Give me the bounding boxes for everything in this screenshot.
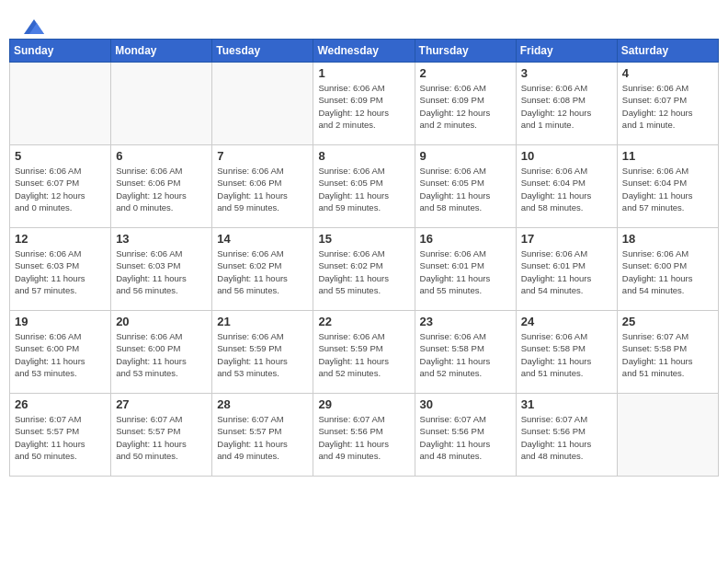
day-info: Sunrise: 6:06 AM Sunset: 6:03 PM Dayligh… <box>15 247 106 296</box>
day-info: Sunrise: 6:06 AM Sunset: 6:07 PM Dayligh… <box>622 82 713 131</box>
day-info: Sunrise: 6:07 AM Sunset: 5:56 PM Dayligh… <box>521 413 612 462</box>
day-number: 11 <box>622 149 713 163</box>
day-info: Sunrise: 6:06 AM Sunset: 6:00 PM Dayligh… <box>15 330 106 379</box>
weekday-header-thursday: Thursday <box>415 40 516 63</box>
day-number: 17 <box>521 232 612 246</box>
calendar-cell: 26Sunrise: 6:07 AM Sunset: 5:57 PM Dayli… <box>10 394 111 477</box>
calendar-cell: 22Sunrise: 6:06 AM Sunset: 5:59 PM Dayli… <box>313 311 415 394</box>
day-info: Sunrise: 6:07 AM Sunset: 5:57 PM Dayligh… <box>15 413 106 462</box>
day-number: 30 <box>420 397 511 411</box>
day-number: 16 <box>420 232 511 246</box>
week-row-1: 1Sunrise: 6:06 AM Sunset: 6:09 PM Daylig… <box>10 63 719 145</box>
week-row-5: 26Sunrise: 6:07 AM Sunset: 5:57 PM Dayli… <box>10 394 719 477</box>
day-info: Sunrise: 6:06 AM Sunset: 6:03 PM Dayligh… <box>116 247 207 296</box>
day-info: Sunrise: 6:06 AM Sunset: 6:04 PM Dayligh… <box>521 165 612 213</box>
day-info: Sunrise: 6:06 AM Sunset: 6:02 PM Dayligh… <box>217 247 308 296</box>
day-info: Sunrise: 6:06 AM Sunset: 6:07 PM Dayligh… <box>15 165 106 213</box>
day-number: 21 <box>217 315 308 328</box>
day-number: 3 <box>521 66 612 80</box>
calendar-cell: 12Sunrise: 6:06 AM Sunset: 6:03 PM Dayli… <box>10 228 111 311</box>
day-info: Sunrise: 6:06 AM Sunset: 5:58 PM Dayligh… <box>521 330 612 379</box>
page-header <box>9 9 719 34</box>
day-info: Sunrise: 6:06 AM Sunset: 6:00 PM Dayligh… <box>622 247 713 296</box>
day-info: Sunrise: 6:07 AM Sunset: 5:56 PM Dayligh… <box>420 413 511 462</box>
calendar-cell: 10Sunrise: 6:06 AM Sunset: 6:04 PM Dayli… <box>516 145 617 228</box>
day-info: Sunrise: 6:06 AM Sunset: 5:59 PM Dayligh… <box>318 330 409 379</box>
day-number: 10 <box>521 149 612 163</box>
day-number: 15 <box>318 232 409 246</box>
day-number: 31 <box>521 397 612 411</box>
weekday-header-monday: Monday <box>111 40 212 63</box>
day-info: Sunrise: 6:06 AM Sunset: 6:06 PM Dayligh… <box>116 165 207 213</box>
day-info: Sunrise: 6:06 AM Sunset: 5:58 PM Dayligh… <box>420 330 511 379</box>
calendar-body: 1Sunrise: 6:06 AM Sunset: 6:09 PM Daylig… <box>10 63 719 477</box>
day-info: Sunrise: 6:06 AM Sunset: 6:09 PM Dayligh… <box>318 82 409 131</box>
day-info: Sunrise: 6:06 AM Sunset: 6:02 PM Dayligh… <box>318 247 409 296</box>
calendar-cell <box>111 63 212 145</box>
day-number: 25 <box>622 315 713 328</box>
day-number: 20 <box>116 315 207 328</box>
day-number: 7 <box>217 149 308 163</box>
calendar-cell: 6Sunrise: 6:06 AM Sunset: 6:06 PM Daylig… <box>111 145 212 228</box>
day-info: Sunrise: 6:06 AM Sunset: 6:01 PM Dayligh… <box>420 247 511 296</box>
calendar-cell: 4Sunrise: 6:06 AM Sunset: 6:07 PM Daylig… <box>617 63 718 145</box>
calendar-cell: 19Sunrise: 6:06 AM Sunset: 6:00 PM Dayli… <box>10 311 111 394</box>
calendar-cell: 1Sunrise: 6:06 AM Sunset: 6:09 PM Daylig… <box>313 63 415 145</box>
day-info: Sunrise: 6:07 AM Sunset: 5:57 PM Dayligh… <box>116 413 207 462</box>
calendar-cell: 17Sunrise: 6:06 AM Sunset: 6:01 PM Dayli… <box>516 228 617 311</box>
calendar-cell: 25Sunrise: 6:07 AM Sunset: 5:58 PM Dayli… <box>617 311 718 394</box>
day-number: 29 <box>318 397 409 411</box>
logo-icon <box>24 19 44 34</box>
day-info: Sunrise: 6:06 AM Sunset: 6:05 PM Dayligh… <box>420 165 511 213</box>
calendar-cell: 2Sunrise: 6:06 AM Sunset: 6:09 PM Daylig… <box>415 63 516 145</box>
day-number: 12 <box>15 232 106 246</box>
day-number: 24 <box>521 315 612 328</box>
day-number: 27 <box>116 397 207 411</box>
day-number: 18 <box>622 232 713 246</box>
calendar-cell: 7Sunrise: 6:06 AM Sunset: 6:06 PM Daylig… <box>212 145 313 228</box>
calendar-cell: 14Sunrise: 6:06 AM Sunset: 6:02 PM Dayli… <box>212 228 313 311</box>
calendar-cell: 3Sunrise: 6:06 AM Sunset: 6:08 PM Daylig… <box>516 63 617 145</box>
calendar-cell: 15Sunrise: 6:06 AM Sunset: 6:02 PM Dayli… <box>313 228 415 311</box>
weekday-header-saturday: Saturday <box>617 40 718 63</box>
calendar-table: SundayMondayTuesdayWednesdayThursdayFrid… <box>9 39 719 477</box>
day-info: Sunrise: 6:07 AM Sunset: 5:57 PM Dayligh… <box>217 413 308 462</box>
calendar-cell: 30Sunrise: 6:07 AM Sunset: 5:56 PM Dayli… <box>415 394 516 477</box>
calendar-cell: 31Sunrise: 6:07 AM Sunset: 5:56 PM Dayli… <box>516 394 617 477</box>
day-number: 13 <box>116 232 207 246</box>
day-info: Sunrise: 6:06 AM Sunset: 6:08 PM Dayligh… <box>521 82 612 131</box>
weekday-header-row: SundayMondayTuesdayWednesdayThursdayFrid… <box>10 40 719 63</box>
calendar-cell <box>212 63 313 145</box>
day-info: Sunrise: 6:06 AM Sunset: 5:59 PM Dayligh… <box>217 330 308 379</box>
week-row-3: 12Sunrise: 6:06 AM Sunset: 6:03 PM Dayli… <box>10 228 719 311</box>
day-info: Sunrise: 6:06 AM Sunset: 6:01 PM Dayligh… <box>521 247 612 296</box>
day-number: 6 <box>116 149 207 163</box>
day-info: Sunrise: 6:06 AM Sunset: 6:00 PM Dayligh… <box>116 330 207 379</box>
calendar-cell: 13Sunrise: 6:06 AM Sunset: 6:03 PM Dayli… <box>111 228 212 311</box>
day-number: 8 <box>318 149 409 163</box>
calendar-cell: 16Sunrise: 6:06 AM Sunset: 6:01 PM Dayli… <box>415 228 516 311</box>
day-number: 19 <box>15 315 106 328</box>
calendar-cell: 29Sunrise: 6:07 AM Sunset: 5:56 PM Dayli… <box>313 394 415 477</box>
day-number: 22 <box>318 315 409 328</box>
calendar-cell: 21Sunrise: 6:06 AM Sunset: 5:59 PM Dayli… <box>212 311 313 394</box>
calendar-cell: 9Sunrise: 6:06 AM Sunset: 6:05 PM Daylig… <box>415 145 516 228</box>
weekday-header-tuesday: Tuesday <box>212 40 313 63</box>
week-row-2: 5Sunrise: 6:06 AM Sunset: 6:07 PM Daylig… <box>10 145 719 228</box>
calendar-cell: 18Sunrise: 6:06 AM Sunset: 6:00 PM Dayli… <box>617 228 718 311</box>
day-info: Sunrise: 6:06 AM Sunset: 6:06 PM Dayligh… <box>217 165 308 213</box>
day-info: Sunrise: 6:06 AM Sunset: 6:05 PM Dayligh… <box>318 165 409 213</box>
calendar-cell: 8Sunrise: 6:06 AM Sunset: 6:05 PM Daylig… <box>313 145 415 228</box>
day-number: 23 <box>420 315 511 328</box>
calendar-cell: 27Sunrise: 6:07 AM Sunset: 5:57 PM Dayli… <box>111 394 212 477</box>
calendar-cell: 28Sunrise: 6:07 AM Sunset: 5:57 PM Dayli… <box>212 394 313 477</box>
weekday-header-sunday: Sunday <box>10 40 111 63</box>
day-number: 26 <box>15 397 106 411</box>
day-number: 4 <box>622 66 713 80</box>
calendar-cell: 23Sunrise: 6:06 AM Sunset: 5:58 PM Dayli… <box>415 311 516 394</box>
day-info: Sunrise: 6:06 AM Sunset: 6:09 PM Dayligh… <box>420 82 511 131</box>
calendar-cell: 20Sunrise: 6:06 AM Sunset: 6:00 PM Dayli… <box>111 311 212 394</box>
weekday-header-friday: Friday <box>516 40 617 63</box>
day-info: Sunrise: 6:07 AM Sunset: 5:58 PM Dayligh… <box>622 330 713 379</box>
day-number: 2 <box>420 66 511 80</box>
